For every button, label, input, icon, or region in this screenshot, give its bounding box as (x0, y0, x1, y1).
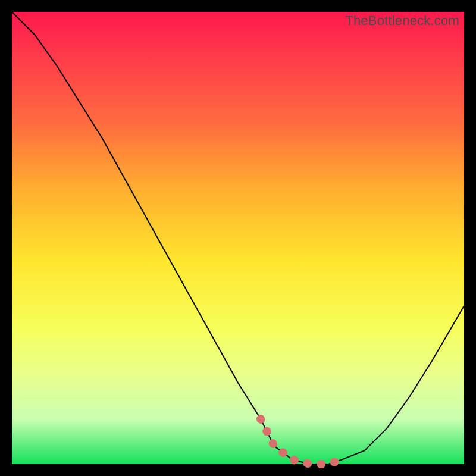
chart-svg (12, 12, 464, 464)
chart-frame: TheBottleneck.com (0, 0, 476, 476)
plot-area: TheBottleneck.com (12, 12, 464, 464)
optimal-zone-highlight (261, 419, 342, 464)
bottleneck-curve-path (12, 12, 464, 464)
